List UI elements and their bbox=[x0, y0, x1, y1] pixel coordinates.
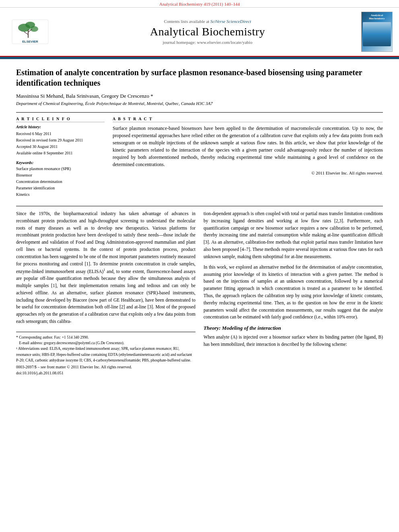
abbrev-footnote: ¹ Abbreviations used: ELISA, enzyme-link… bbox=[16, 346, 195, 363]
author-names: Massinissa Si Mehand, Bala Srinivasan, G… bbox=[16, 93, 153, 99]
copyright-line: © 2011 Elsevier Inc. All rights reserved… bbox=[113, 170, 383, 175]
elsevier-logo: ELSEVIER bbox=[8, 18, 52, 46]
cover-title: Analytical Biochemistry bbox=[369, 14, 385, 21]
cover-image bbox=[363, 22, 391, 46]
journal-header-center: Contents lists available at SciVerse Sci… bbox=[56, 12, 359, 52]
sciverse-link[interactable]: SciVerse ScienceDirect bbox=[210, 19, 251, 24]
body-para-3: In this work, we explored an alternative… bbox=[204, 264, 383, 321]
svg-text:ELSEVIER: ELSEVIER bbox=[22, 40, 38, 43]
affiliation: Department of Chemical Engineering, Écol… bbox=[16, 101, 383, 106]
revised-date: Received in revised form 29 August 2011 bbox=[16, 137, 105, 144]
rule-1 bbox=[16, 112, 383, 113]
homepage-text: journal homepage: www.elsevier.com/locat… bbox=[163, 40, 253, 45]
article-history-label: Article history: bbox=[16, 125, 105, 129]
body-para-2: tion-dependent approach is often coupled… bbox=[204, 210, 383, 261]
footnotes-area: * Corresponding author. Fax: +1 514 340 … bbox=[16, 332, 195, 375]
keyword-3: Concentration determination bbox=[16, 179, 105, 185]
rule-2 bbox=[16, 206, 383, 206]
body-columns: Since the 1970s, the biopharmaceutical i… bbox=[16, 210, 383, 375]
keyword-5: Kinetics bbox=[16, 191, 105, 198]
authors: Massinissa Si Mehand, Bala Srinivasan, G… bbox=[16, 93, 383, 99]
keyword-1: Surface plasmon resonance (SPR) bbox=[16, 166, 105, 172]
header-area: ELSEVIER Contents lists available at Sci… bbox=[0, 8, 399, 57]
body-right-column: tion-dependent approach is often coupled… bbox=[204, 210, 383, 375]
journal-bar: Analytical Biochemistry 419 (2011) 140–1… bbox=[0, 0, 399, 8]
issn-line: 0003-2697/$ – see front matter © 2011 El… bbox=[16, 365, 195, 369]
journal-title: Analytical Biochemistry bbox=[150, 25, 265, 38]
elsevier-logo-area: ELSEVIER bbox=[4, 12, 56, 52]
theory-heading: Theory: Modeling of the interaction bbox=[204, 325, 383, 331]
article-info-column: A R T I C L E I N F O Article history: R… bbox=[16, 117, 105, 198]
email-label: E-mail address: bbox=[19, 341, 43, 345]
sciverse-prefix: Contents lists available at bbox=[164, 19, 210, 24]
article-info-heading: A R T I C L E I N F O bbox=[16, 117, 105, 122]
sciverse-line: Contents lists available at SciVerse Sci… bbox=[164, 19, 251, 24]
journal-cover-area: Analytical Biochemistry bbox=[359, 12, 395, 52]
available-date: Available online 8 September 2011 bbox=[16, 150, 105, 156]
journal-cover: Analytical Biochemistry bbox=[361, 12, 393, 52]
email-footnote: E-mail address: gregory.decrescenzo@poly… bbox=[16, 340, 195, 346]
info-abstract-columns: A R T I C L E I N F O Article history: R… bbox=[16, 117, 383, 198]
body-para-1: Since the 1970s, the biopharmaceutical i… bbox=[16, 210, 195, 325]
received-date: Received 6 May 2011 bbox=[16, 131, 105, 137]
keywords-label: Keywords: bbox=[16, 160, 105, 165]
article-content: Estimation of analyte concentration by s… bbox=[0, 59, 399, 383]
email-address: gregory.decrescenzo@polymtl.ca (G.De Cre… bbox=[44, 341, 124, 345]
body-left-column: Since the 1970s, the biopharmaceutical i… bbox=[16, 210, 195, 375]
keyword-2: Biosensor bbox=[16, 172, 105, 179]
body-para-theory: When analyte (A) is injected over a bios… bbox=[204, 334, 383, 348]
article-title: Estimation of analyte concentration by s… bbox=[16, 67, 383, 88]
doi-line: doi:10.1016/j.ab.2011.08.051 bbox=[16, 371, 195, 375]
abstract-heading: A B S T R A C T bbox=[113, 117, 383, 122]
abstract-text: Surface plasmon resonance-based biosenso… bbox=[113, 125, 383, 168]
svg-point-3 bbox=[30, 26, 38, 32]
keyword-4: Parameter identification bbox=[16, 185, 105, 191]
journal-citation: Analytical Biochemistry 419 (2011) 140–1… bbox=[159, 2, 240, 6]
abstract-column: A B S T R A C T Surface plasmon resonanc… bbox=[113, 117, 383, 198]
accepted-date: Accepted 30 August 2011 bbox=[16, 144, 105, 150]
star-footnote: * Corresponding author. Fax: +1 514 340 … bbox=[16, 335, 195, 340]
journal-homepage: journal homepage: www.elsevier.com/locat… bbox=[163, 40, 253, 45]
